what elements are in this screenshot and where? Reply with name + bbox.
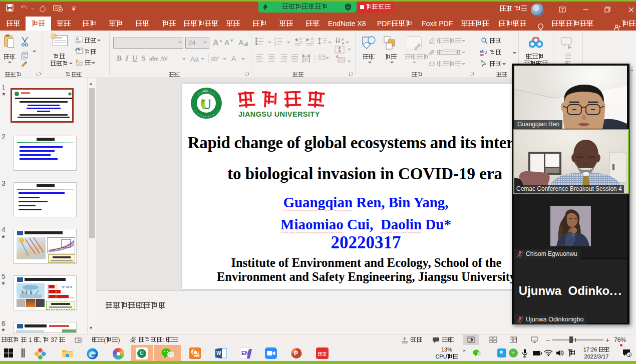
svg-text:70 Td N: 70 Td N — [61, 285, 72, 288]
svg-text:P: P — [294, 350, 298, 357]
svg-text:3: 3 — [274, 43, 276, 46]
svg-text:ac: ac — [480, 53, 484, 56]
svg-text:A: A — [341, 37, 344, 42]
svg-text:3: 3 — [628, 353, 630, 357]
svg-text:W: W — [216, 350, 221, 356]
